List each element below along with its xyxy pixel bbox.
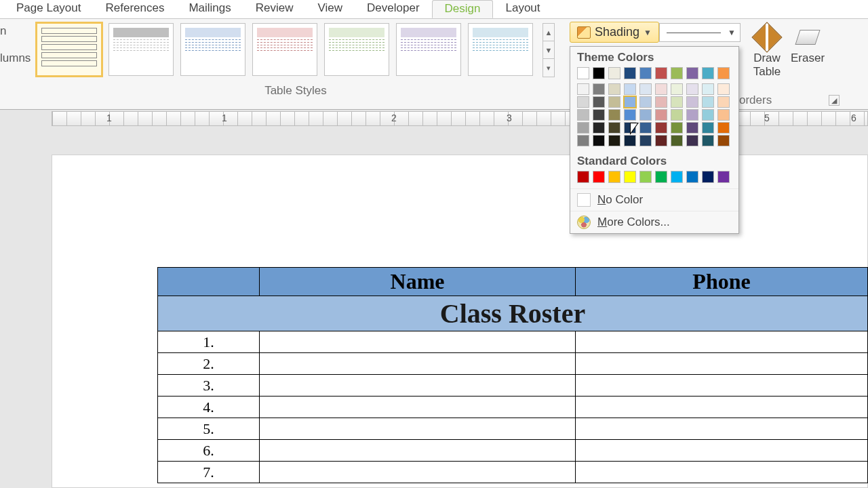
color-swatch[interactable] bbox=[686, 171, 698, 183]
color-swatch[interactable] bbox=[702, 83, 714, 95]
color-swatch[interactable] bbox=[639, 109, 652, 121]
color-swatch[interactable] bbox=[624, 96, 636, 108]
name-cell[interactable] bbox=[260, 418, 576, 440]
color-swatch[interactable] bbox=[639, 67, 652, 79]
color-swatch[interactable] bbox=[655, 96, 667, 108]
color-swatch[interactable] bbox=[655, 135, 667, 146]
class-roster-table[interactable]: Class Roster Name Phone 1.2.3.4.5.6.7. bbox=[157, 267, 868, 483]
shading-button[interactable]: Shading ▼ bbox=[570, 22, 659, 43]
color-swatch[interactable] bbox=[702, 96, 714, 108]
tab-references[interactable]: References bbox=[93, 0, 176, 18]
no-color-item[interactable]: No Color bbox=[570, 188, 738, 211]
color-swatch[interactable] bbox=[686, 135, 698, 146]
color-swatch[interactable] bbox=[593, 96, 605, 108]
color-swatch[interactable] bbox=[671, 83, 683, 95]
phone-cell[interactable] bbox=[576, 418, 868, 440]
eraser-button[interactable]: Eraser bbox=[791, 23, 825, 79]
color-swatch[interactable] bbox=[624, 171, 636, 183]
color-swatch[interactable] bbox=[639, 83, 652, 95]
table-row[interactable]: 5. bbox=[158, 418, 868, 440]
more-colors-item[interactable]: More Colors... bbox=[570, 211, 738, 233]
table-header-name[interactable]: Name bbox=[260, 268, 576, 296]
color-swatch[interactable] bbox=[671, 96, 683, 108]
horizontal-ruler[interactable]: 112356 bbox=[52, 111, 868, 126]
color-swatch[interactable] bbox=[671, 135, 683, 146]
table-header-blank[interactable] bbox=[158, 268, 260, 296]
color-swatch[interactable] bbox=[717, 171, 730, 183]
table-row[interactable]: 2. bbox=[158, 353, 868, 375]
color-swatch[interactable] bbox=[671, 171, 683, 183]
tab-review[interactable]: Review bbox=[243, 0, 306, 18]
color-swatch[interactable] bbox=[593, 122, 605, 134]
gallery-down-icon[interactable]: ▼ bbox=[543, 41, 554, 59]
color-swatch[interactable] bbox=[624, 135, 636, 146]
color-swatch[interactable] bbox=[577, 171, 589, 183]
table-title-cell[interactable]: Class Roster bbox=[158, 296, 868, 331]
color-swatch[interactable] bbox=[593, 109, 605, 121]
color-swatch[interactable] bbox=[655, 122, 667, 134]
color-swatch[interactable] bbox=[671, 122, 683, 134]
color-swatch[interactable] bbox=[686, 83, 698, 95]
row-index-cell[interactable]: 3. bbox=[158, 375, 260, 396]
gallery-scroll[interactable]: ▲ ▼ ▾ bbox=[542, 23, 555, 77]
color-swatch[interactable] bbox=[608, 67, 620, 79]
row-index-cell[interactable]: 1. bbox=[158, 331, 260, 353]
color-swatch[interactable] bbox=[608, 96, 620, 108]
color-swatch[interactable] bbox=[624, 67, 636, 79]
color-swatch[interactable] bbox=[593, 135, 605, 146]
tab-view[interactable]: View bbox=[306, 0, 355, 18]
phone-cell[interactable] bbox=[576, 353, 868, 375]
color-swatch[interactable] bbox=[686, 96, 698, 108]
color-swatch[interactable] bbox=[577, 96, 589, 108]
table-style-2[interactable] bbox=[108, 23, 174, 76]
row-index-cell[interactable]: 7. bbox=[158, 462, 260, 483]
color-swatch[interactable] bbox=[717, 135, 730, 146]
table-row[interactable]: 4. bbox=[158, 396, 868, 418]
tab-page-layout[interactable]: Page Layout bbox=[4, 0, 93, 18]
name-cell[interactable] bbox=[260, 462, 576, 483]
color-swatch[interactable] bbox=[655, 67, 667, 79]
table-style-6[interactable] bbox=[396, 23, 461, 76]
name-cell[interactable] bbox=[260, 331, 576, 353]
color-swatch[interactable] bbox=[608, 109, 620, 121]
phone-cell[interactable] bbox=[576, 375, 868, 396]
table-row[interactable]: 6. bbox=[158, 440, 868, 462]
color-swatch[interactable] bbox=[717, 67, 730, 79]
color-swatch[interactable] bbox=[686, 109, 698, 121]
color-swatch[interactable] bbox=[655, 171, 667, 183]
row-index-cell[interactable]: 5. bbox=[158, 418, 260, 440]
gallery-more-icon[interactable]: ▾ bbox=[543, 59, 554, 77]
color-swatch[interactable] bbox=[639, 96, 652, 108]
color-swatch[interactable] bbox=[608, 135, 620, 146]
color-swatch[interactable] bbox=[702, 109, 714, 121]
table-style-4[interactable] bbox=[252, 23, 317, 76]
color-swatch[interactable] bbox=[671, 67, 683, 79]
color-swatch[interactable] bbox=[577, 83, 589, 95]
color-swatch[interactable] bbox=[717, 122, 730, 134]
color-swatch[interactable] bbox=[702, 122, 714, 134]
color-swatch[interactable] bbox=[624, 109, 636, 121]
color-swatch[interactable] bbox=[717, 109, 730, 121]
color-swatch[interactable] bbox=[593, 67, 605, 79]
color-swatch[interactable] bbox=[686, 67, 698, 79]
phone-cell[interactable] bbox=[576, 462, 868, 483]
table-row[interactable]: 3. bbox=[158, 375, 868, 396]
color-swatch[interactable] bbox=[577, 122, 589, 134]
color-swatch[interactable] bbox=[639, 122, 652, 134]
color-swatch[interactable] bbox=[624, 83, 636, 95]
pen-style-dropdown[interactable]: ▼ bbox=[659, 23, 741, 42]
table-row[interactable]: 1. bbox=[158, 331, 868, 353]
color-swatch[interactable] bbox=[593, 171, 605, 183]
color-swatch[interactable] bbox=[717, 96, 730, 108]
table-row[interactable]: 7. bbox=[158, 462, 868, 483]
row-index-cell[interactable]: 6. bbox=[158, 440, 260, 462]
table-style-5[interactable] bbox=[324, 23, 389, 76]
phone-cell[interactable] bbox=[576, 331, 868, 353]
color-swatch[interactable] bbox=[702, 67, 714, 79]
color-swatch[interactable] bbox=[624, 122, 636, 134]
tab-mailings[interactable]: Mailings bbox=[176, 0, 243, 18]
color-swatch[interactable] bbox=[608, 122, 620, 134]
gallery-up-icon[interactable]: ▲ bbox=[543, 24, 554, 41]
table-header-phone[interactable]: Phone bbox=[576, 268, 868, 296]
color-swatch[interactable] bbox=[717, 83, 730, 95]
